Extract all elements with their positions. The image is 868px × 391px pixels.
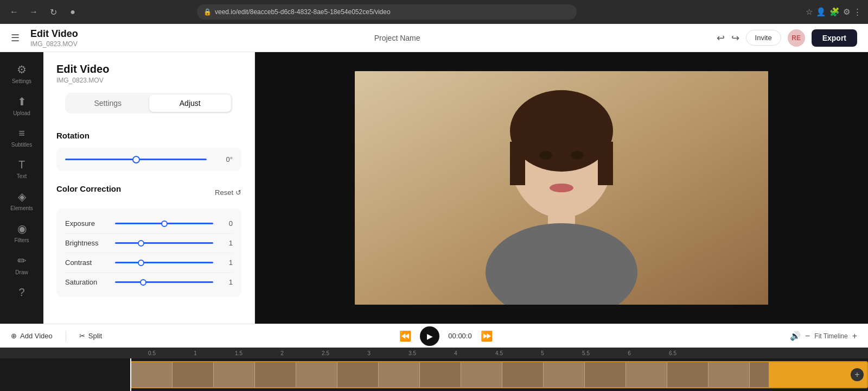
preview-area — [255, 52, 868, 324]
zoom-in-button[interactable]: + — [852, 331, 857, 341]
track-thumb-0 — [131, 362, 173, 387]
panel: Edit Video IMG_0823.MOV Settings Adjust … — [43, 52, 255, 324]
tab-adjust[interactable]: Adjust — [149, 94, 232, 112]
avatar: RE — [788, 29, 805, 47]
subtitles-icon: ≡ — [18, 127, 25, 140]
saturation-row: Saturation 1 — [65, 273, 233, 292]
sidebar-item-text[interactable]: T Text — [3, 154, 41, 184]
help-icon: ? — [18, 286, 24, 299]
mark-9: 5 — [521, 350, 564, 356]
contrast-label: Contrast — [65, 258, 108, 267]
browser-bar: ← → ↻ ● 🔒 veed.io/edit/8eacceb5-d6c8-483… — [0, 0, 868, 24]
back-button[interactable]: ← — [7, 4, 22, 20]
scissors-icon: ✂ — [79, 332, 85, 340]
mark-10: 5.5 — [564, 350, 608, 356]
url-text: veed.io/edit/8eacceb5-d6c8-4832-8ae5-18e… — [215, 8, 391, 16]
tab-settings[interactable]: Settings — [67, 94, 149, 112]
undo-button[interactable]: ↩ — [717, 32, 725, 44]
svg-point-3 — [510, 90, 613, 172]
extension-icon[interactable]: 🧩 — [829, 7, 840, 17]
more-icon[interactable]: ⋮ — [853, 7, 861, 17]
plus-icon: ⊕ — [11, 332, 17, 340]
sidebar-item-filters[interactable]: ◉ Filters — [3, 218, 41, 248]
track-thumb-8 — [461, 362, 502, 387]
timeline-ruler: 0.5 1 1.5 2 2.5 3 3.5 4 4.5 5 5.5 6 6.5 — [0, 348, 868, 358]
mark-5: 3 — [347, 350, 391, 356]
hamburger-icon[interactable]: ☰ — [11, 32, 20, 44]
sidebar-item-upload[interactable]: ⬆ Upload — [3, 91, 41, 121]
timeline-add-button[interactable]: + — [851, 368, 864, 381]
track-thumb-7 — [420, 362, 461, 387]
track-thumb-3 — [255, 362, 296, 387]
add-video-button[interactable]: ⊕ Add Video — [11, 332, 53, 340]
refresh-button[interactable]: ↻ — [46, 4, 61, 20]
contrast-slider[interactable] — [115, 262, 213, 263]
home-button[interactable]: ● — [65, 4, 80, 20]
track-thumb-1 — [173, 362, 214, 387]
star-icon[interactable]: ☆ — [806, 7, 813, 17]
rewind-button[interactable]: ⏪ — [399, 330, 411, 342]
reset-button[interactable]: Reset ↺ — [215, 188, 241, 197]
track-thumb-5 — [337, 362, 379, 387]
track-inner[interactable] — [130, 361, 868, 388]
reset-icon: ↺ — [235, 188, 241, 197]
mark-4: 2.5 — [304, 350, 347, 356]
address-bar[interactable]: 🔒 veed.io/edit/8eacceb5-d6c8-4832-8ae5-1… — [197, 4, 577, 20]
app-subtitle: IMG_0823.MOV — [30, 40, 78, 48]
panel-header: Edit Video IMG_0823.MOV Settings Adjust — [43, 52, 254, 120]
volume-button[interactable]: 🔊 — [790, 331, 801, 341]
split-button[interactable]: ✂ Split — [79, 332, 102, 340]
sidebar-filters-label: Filters — [14, 237, 29, 243]
zoom-out-button[interactable]: − — [805, 331, 810, 341]
app-title-group: Edit Video IMG_0823.MOV — [30, 28, 78, 48]
profile-icon[interactable]: 👤 — [816, 7, 826, 17]
header-right: ↩ ↪ Invite RE Export — [717, 29, 857, 47]
sidebar-item-subtitles[interactable]: ≡ Subtitles — [3, 123, 41, 152]
project-name[interactable]: Project Name — [374, 34, 420, 42]
panel-tabs: Settings Adjust — [65, 93, 233, 113]
timeline-track-row: + — [0, 358, 868, 391]
sidebar-item-settings[interactable]: ⚙ Settings — [3, 59, 41, 89]
track-thumb-13 — [667, 362, 709, 387]
browser-icons: ☆ 👤 🧩 ⚙ ⋮ — [806, 7, 861, 17]
fit-timeline-button[interactable]: Fit Timeline — [814, 332, 847, 340]
brightness-slider[interactable] — [115, 242, 213, 244]
time-display: 00:00:0 — [448, 332, 471, 340]
sidebar-item-help[interactable]: ? — [3, 282, 41, 303]
export-button[interactable]: Export — [812, 29, 857, 47]
sidebar-upload-label: Upload — [13, 110, 30, 116]
lock-icon: 🔒 — [203, 8, 212, 16]
rotation-title: Rotation — [56, 131, 241, 140]
track-thumb-10 — [544, 362, 585, 387]
play-icon: ▶ — [427, 332, 433, 340]
sidebar-text-label: Text — [17, 173, 27, 179]
invite-button[interactable]: Invite — [746, 30, 781, 46]
redo-button[interactable]: ↪ — [731, 32, 739, 44]
saturation-slider[interactable] — [115, 281, 213, 283]
sidebar-item-draw[interactable]: ✏ Draw — [3, 250, 41, 280]
play-button[interactable]: ▶ — [420, 326, 439, 346]
svg-rect-4 — [510, 142, 525, 185]
track-thumb-9 — [502, 362, 544, 387]
exposure-slider[interactable] — [115, 223, 213, 224]
forward-button[interactable]: → — [26, 4, 41, 20]
fast-forward-button[interactable]: ⏩ — [481, 330, 493, 342]
divider — [66, 331, 66, 342]
panel-title: Edit Video — [56, 63, 241, 75]
settings-icon: ⚙ — [17, 63, 27, 76]
split-label: Split — [88, 332, 102, 340]
bottom-center: ⏪ ▶ 00:00:0 ⏩ — [102, 326, 790, 346]
settings-browser-icon[interactable]: ⚙ — [843, 7, 850, 17]
header-center: Project Name — [85, 34, 710, 42]
rotation-section: Rotation 0° — [56, 131, 241, 171]
sidebar-item-elements[interactable]: ◈ Elements — [3, 186, 41, 216]
timeline-marks: 0.5 1 1.5 2 2.5 3 3.5 4 4.5 5 5.5 6 6.5 — [130, 350, 868, 356]
track-thumb-11 — [585, 362, 626, 387]
app: ☰ Edit Video IMG_0823.MOV Project Name ↩… — [0, 24, 868, 391]
brightness-value: 1 — [220, 239, 233, 247]
rotation-slider[interactable] — [65, 159, 207, 160]
mark-3: 2 — [260, 350, 304, 356]
color-correction-section: Color Correction Reset ↺ Exposure 0 — [56, 184, 241, 297]
contrast-row: Contrast 1 — [65, 253, 233, 273]
saturation-label: Saturation — [65, 278, 108, 286]
